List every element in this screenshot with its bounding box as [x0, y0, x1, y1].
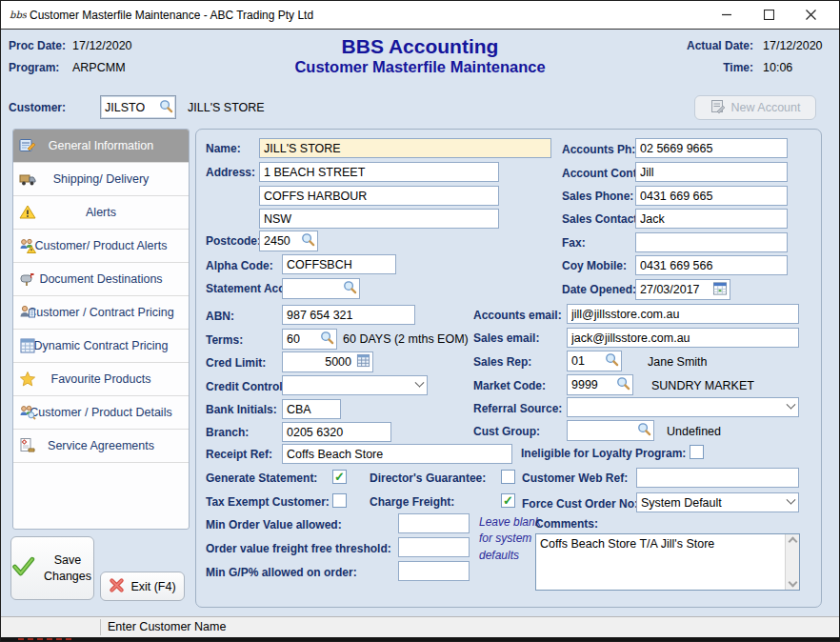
accounts-ph-label: Accounts Ph:	[562, 143, 635, 156]
accounts-ph-field[interactable]	[635, 138, 788, 158]
sidebar-item-shipping-delivery[interactable]: Shipping/ Delivery	[13, 163, 189, 196]
sales-contact-field[interactable]	[635, 209, 788, 229]
customer-code-field[interactable]: JILSTO	[100, 95, 176, 119]
sidebar-item-customer-product-details[interactable]: Customer / Product Details	[13, 396, 189, 430]
chevron-down-icon	[787, 495, 796, 505]
sidebar-item-customer-product-alerts[interactable]: Customer/ Product Alerts	[13, 230, 189, 263]
sales-email-field[interactable]	[567, 328, 799, 348]
exit-button[interactable]: Exit (F4)	[100, 572, 185, 601]
min-gp-field[interactable]	[398, 561, 470, 581]
actual-date-value: 17/12/2020	[763, 39, 831, 52]
generate-statement-checkbox[interactable]	[332, 470, 347, 484]
sidebar-item-general-information[interactable]: General Information	[13, 130, 189, 163]
fax-label: Fax:	[562, 236, 586, 250]
search-icon[interactable]	[320, 331, 334, 348]
cust-group-field[interactable]	[567, 420, 654, 441]
charge-freight-checkbox[interactable]	[501, 493, 515, 508]
generate-statement-label: Generate Statement:	[206, 471, 317, 485]
calculator-icon[interactable]	[356, 353, 370, 371]
calendar-icon[interactable]	[712, 281, 728, 298]
charge-freight-label: Charge Freight:	[370, 495, 454, 509]
sidebar-item-label: General Information	[49, 139, 153, 152]
sidebar-item-service-agreements[interactable]: Service Agreements	[13, 430, 189, 463]
tax-exempt-checkbox[interactable]	[332, 493, 347, 508]
scroll-down-icon[interactable]	[788, 578, 797, 588]
app-window: bbs Customer Masterfile Maintenance - AB…	[0, 0, 840, 642]
minimize-icon[interactable]	[706, 1, 748, 29]
truck-icon	[19, 171, 36, 191]
maximize-icon[interactable]	[748, 1, 790, 29]
coy-mobile-field[interactable]	[635, 255, 788, 275]
save-changes-button[interactable]: Save Changes	[10, 536, 94, 600]
date-opened-field[interactable]: 27/03/2017	[635, 279, 730, 300]
account-cont-field[interactable]	[635, 162, 788, 182]
market-code-label: Market Code:	[473, 379, 546, 392]
freight-free-field[interactable]	[398, 537, 470, 557]
sidebar-item-label: Shipping/ Delivery	[53, 172, 150, 186]
scroll-up-icon[interactable]	[788, 537, 797, 547]
date-opened-label: Date Opened:	[562, 283, 636, 296]
comments-scrollbar[interactable]	[785, 534, 799, 590]
customer-web-ref-field[interactable]	[636, 468, 799, 488]
search-icon[interactable]	[343, 280, 357, 297]
terms-value: 60	[287, 332, 300, 346]
coy-mobile-label: Coy Mobile:	[562, 259, 627, 272]
statement-acc-field[interactable]	[282, 278, 360, 299]
directors-guarantee-checkbox[interactable]	[501, 470, 515, 484]
postcode-field[interactable]: 2450	[259, 231, 318, 251]
abn-field[interactable]	[282, 305, 415, 325]
cred-limit-field[interactable]: 5000	[282, 351, 373, 372]
name-field[interactable]	[259, 138, 551, 158]
market-code-field[interactable]: 9999	[567, 374, 633, 395]
terms-field[interactable]: 60	[282, 329, 337, 350]
fax-field[interactable]	[635, 232, 788, 252]
accounts-email-field[interactable]	[567, 304, 799, 324]
search-icon[interactable]	[637, 422, 651, 439]
close-icon[interactable]	[790, 1, 831, 29]
sidebar-item-alerts[interactable]: Alerts	[13, 196, 189, 230]
new-account-button[interactable]: New Account	[694, 95, 816, 120]
search-icon[interactable]	[616, 376, 630, 393]
sidebar-item-label: Alerts	[86, 206, 116, 219]
sales-phone-field[interactable]	[635, 186, 788, 206]
credit-control-select[interactable]	[282, 375, 428, 395]
min-order-field[interactable]	[398, 513, 470, 533]
bank-initials-field[interactable]	[282, 399, 341, 419]
postcode-value: 2450	[264, 234, 290, 248]
branch-field[interactable]	[282, 422, 391, 442]
comments-field[interactable]: Coffs Beach Store T/A Jill's Store	[535, 533, 800, 591]
force-cust-order-select[interactable]: System Default	[636, 492, 799, 512]
search-icon[interactable]	[301, 232, 315, 250]
address2-field[interactable]	[259, 186, 499, 206]
customer-web-ref-label: Customer Web Ref:	[522, 471, 628, 485]
customer-name-value: JILL'S STORE	[188, 101, 265, 114]
sidebar-item-document-destinations[interactable]: Document Destinations	[13, 263, 189, 296]
receipt-ref-field[interactable]	[282, 444, 512, 464]
referral-source-select[interactable]	[567, 397, 799, 417]
time-label: Time:	[723, 61, 753, 74]
credit-control-label: Credit Control:	[206, 380, 287, 393]
address3-field[interactable]	[259, 209, 499, 229]
sidebar-item-label: Favourite Products	[51, 372, 151, 386]
sidebar-item-dynamic-contract-pricing[interactable]: Dynamic Contract Pricing	[13, 330, 189, 363]
address1-field[interactable]	[259, 162, 499, 182]
sidebar-item-label: Customer / Contract Pricing	[28, 306, 174, 319]
date-opened-value: 27/03/2017	[640, 283, 700, 296]
sales-rep-value: 01	[571, 354, 585, 368]
branch-label: Branch:	[206, 426, 249, 439]
alpha-code-field[interactable]	[282, 254, 396, 274]
comments-label: Comments:	[535, 517, 598, 531]
sidebar-item-favourite-products[interactable]: Favourite Products	[13, 363, 189, 396]
chevron-down-icon	[787, 400, 796, 410]
cust-group-label: Cust Group:	[473, 425, 540, 438]
bbs-logo-icon: bbs	[10, 7, 27, 27]
sales-phone-label: Sales Phone:	[562, 190, 633, 203]
sales-rep-name: Jane Smith	[648, 355, 708, 369]
search-icon[interactable]	[605, 352, 619, 370]
sidebar-item-customer-contract-pricing[interactable]: Customer / Contract Pricing	[13, 296, 189, 330]
ineligible-loyalty-checkbox[interactable]	[690, 445, 704, 459]
sales-rep-field[interactable]: 01	[567, 351, 622, 371]
search-icon[interactable]	[159, 99, 173, 116]
general-information-panel: Name: Address: Postcode: 2450 Alpha Code…	[195, 129, 822, 608]
svg-text:bbs: bbs	[10, 10, 27, 20]
